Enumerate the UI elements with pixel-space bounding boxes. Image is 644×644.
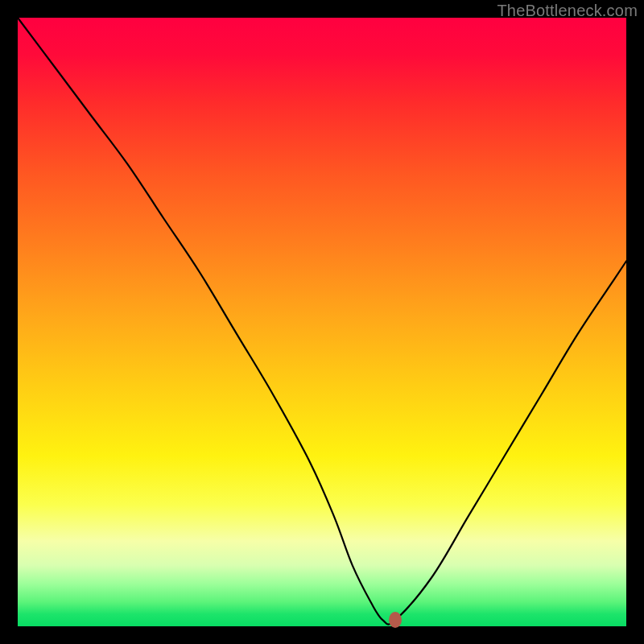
bottleneck-curve	[18, 18, 626, 626]
optimal-point-marker	[389, 612, 402, 628]
chart-frame: TheBottleneck.com	[0, 0, 644, 644]
plot-area	[18, 18, 626, 626]
